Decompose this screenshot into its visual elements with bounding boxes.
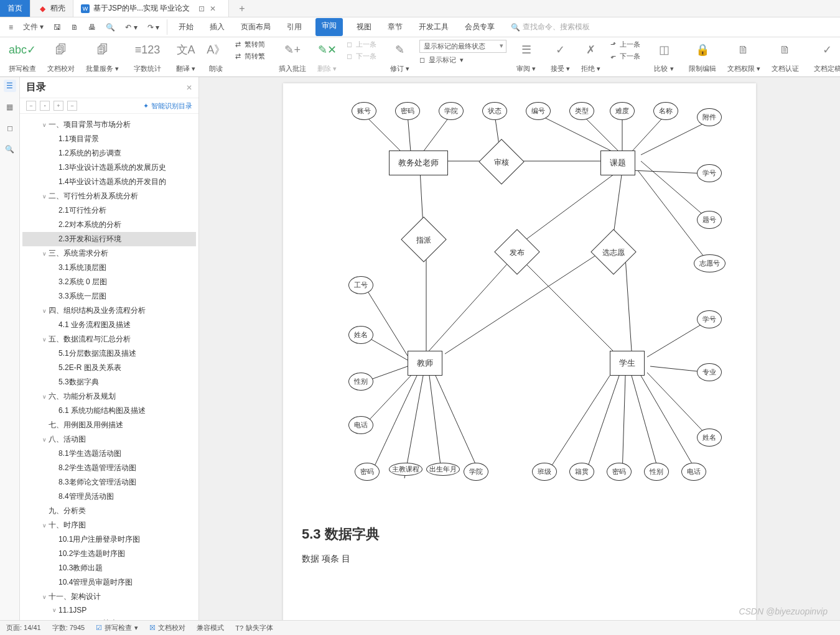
outline-item[interactable]: 10.3教师出题	[22, 561, 196, 575]
tab-member[interactable]: 会员专享	[462, 18, 497, 36]
compare-button[interactable]: ◫比较 ▾	[649, 40, 678, 75]
level-up-icon[interactable]: +	[54, 101, 63, 111]
chevron-down-icon[interactable]: ∨	[40, 437, 49, 443]
finalize-button[interactable]: ✓文档定稿	[809, 40, 840, 75]
outline-item[interactable]: ∨十、时序图	[22, 518, 196, 532]
chevron-down-icon[interactable]: ∨	[40, 394, 49, 400]
outline-item[interactable]: 6.1 系统功能结构图及描述	[22, 404, 196, 418]
sb-missing-font[interactable]: T?缺失字体	[235, 623, 273, 633]
redo-button[interactable]: ↷ ▾	[144, 21, 163, 34]
word-count-indicator[interactable]: 字数: 7945	[52, 623, 85, 633]
level-down-icon[interactable]: −	[67, 101, 77, 111]
outline-item[interactable]: 七、用例图及用例描述	[22, 418, 196, 432]
next-comment-button[interactable]: ◻下一条	[347, 52, 376, 61]
chevron-down-icon[interactable]: ∨	[40, 122, 49, 128]
document-canvas[interactable]: 账号 密码 学院 状态 编号 类型 难度 名称 附件 教务处老师 课题 审核 学…	[199, 77, 840, 620]
outline-item[interactable]: 5.2E-R 图及关系表	[22, 361, 196, 375]
tab-shell[interactable]: ◆稻壳	[30, 0, 73, 17]
trad-to-simp-button[interactable]: ⇄繁转简	[235, 40, 265, 49]
tab-references[interactable]: 引用	[284, 18, 304, 36]
chevron-down-icon[interactable]: ∨	[40, 251, 49, 257]
tab-close-icon[interactable]: ✕	[210, 4, 216, 13]
outline-item[interactable]: ∨三、系统需求分析	[22, 246, 196, 261]
next-change-button[interactable]: ⬐下一条	[610, 52, 640, 61]
accept-change-button[interactable]: ✓接受 ▾	[546, 40, 575, 75]
outline-item[interactable]: ∨二、可行性分析及系统分析	[22, 189, 196, 203]
spell-check-button[interactable]: abc✓拼写检查	[4, 40, 41, 75]
new-tab-button[interactable]: +	[233, 0, 251, 17]
outline-item[interactable]: 10.1用户注册登录时序图	[22, 532, 196, 547]
tab-insert[interactable]: 插入	[207, 18, 227, 36]
delete-comment-button[interactable]: ✎✕删除 ▾	[312, 40, 342, 75]
outline-item[interactable]: 4.1 业务流程图及描述	[22, 318, 196, 332]
print-preview-icon[interactable]: 🔍	[102, 21, 119, 34]
save-icon[interactable]: 🖫	[50, 21, 65, 34]
bookmark-tool-icon[interactable]: ◻	[4, 122, 16, 134]
restrict-edit-button[interactable]: 🔒限制编辑	[684, 40, 721, 75]
chevron-down-icon[interactable]: ∨	[50, 607, 58, 613]
outline-item[interactable]: 5.1分层数据流图及描述	[22, 346, 196, 361]
simp-to-trad-button[interactable]: ⇄简转繁	[235, 52, 265, 61]
outline-close-icon[interactable]: ✕	[186, 83, 192, 92]
outline-tool-icon[interactable]: ☰	[4, 80, 16, 92]
collapse-all-icon[interactable]: −	[26, 101, 36, 111]
prev-change-button[interactable]: ⬏上一条	[610, 40, 640, 49]
smart-toc-button[interactable]: ✦智能识别目录	[143, 101, 192, 111]
tab-home[interactable]: 首页	[0, 0, 30, 17]
tab-start[interactable]: 开始	[176, 18, 196, 36]
outline-item[interactable]: ∨五、数据流程与汇总分析	[22, 332, 196, 346]
doc-auth-button[interactable]: 🗎文档认证	[767, 40, 804, 75]
outline-item[interactable]: 3.2系统 0 层图	[22, 275, 196, 289]
show-markup-button[interactable]: ◻显示标记 ▾	[419, 55, 506, 65]
search-tool-icon[interactable]: 🔍	[4, 143, 16, 155]
outline-item[interactable]: 九、分析类	[22, 504, 196, 518]
outline-item[interactable]: 8.3老师论文管理活动图	[22, 475, 196, 489]
outline-item[interactable]: 1.1项目背景	[22, 132, 196, 146]
chevron-down-icon[interactable]: ∨	[40, 193, 49, 200]
sb-compat[interactable]: 兼容模式	[197, 623, 224, 633]
outline-tree[interactable]: ∨一、项目背景与市场分析1.1项目背景1.2系统的初步调查1.3毕业设计选题系统…	[20, 114, 198, 620]
chevron-down-icon[interactable]: ∨	[40, 522, 49, 529]
sb-spellcheck[interactable]: ☑拼写检查 ▾	[96, 623, 138, 633]
outline-item[interactable]: ∨八、活动图	[22, 432, 196, 447]
outline-item[interactable]: 8.1学生选题活动图	[22, 447, 196, 461]
track-changes-button[interactable]: ✎修订 ▾	[385, 40, 414, 75]
chevron-down-icon[interactable]: ∨	[40, 336, 49, 343]
save-as-icon[interactable]: 🗎	[67, 21, 82, 34]
proofread-button[interactable]: 🗐文档校对	[42, 40, 80, 75]
outline-item[interactable]: 3.3系统一层图	[22, 289, 196, 304]
insert-comment-button[interactable]: ✎+插入批注	[274, 40, 311, 75]
doc-permission-button[interactable]: 🗎文档权限 ▾	[722, 40, 765, 75]
grid-tool-icon[interactable]: ▦	[4, 101, 16, 113]
markup-display-dropdown[interactable]: 显示标记的最终状态	[419, 40, 506, 53]
tab-document[interactable]: W 基于JSP的毕...实现 毕业论文 ⊡ ✕	[73, 0, 229, 17]
tab-chapter[interactable]: 章节	[385, 18, 405, 36]
tab-review[interactable]: 审阅	[315, 18, 343, 36]
tab-pagelayout[interactable]: 页面布局	[238, 18, 273, 36]
outline-item[interactable]: ∨11.1JSP	[22, 604, 196, 616]
tab-view[interactable]: 视图	[354, 18, 374, 36]
outline-item[interactable]: 2.2对本系统的分析	[22, 218, 196, 232]
outline-item[interactable]: 10.2学生选题时序图	[22, 547, 196, 561]
batch-service-button[interactable]: 🗐批量服务 ▾	[81, 40, 124, 75]
word-count-button[interactable]: ≡123字数统计	[129, 40, 166, 75]
outline-item[interactable]: 3.1系统顶层图	[22, 261, 196, 275]
review-pane-button[interactable]: ☰审阅 ▾	[511, 40, 541, 75]
tab-menu-icon[interactable]: ⊡	[198, 4, 205, 13]
read-aloud-button[interactable]: A》朗读	[202, 40, 230, 75]
undo-button[interactable]: ↶ ▾	[121, 21, 141, 34]
outline-item[interactable]: 5.3数据字典	[22, 375, 196, 389]
outline-item[interactable]: 8.4管理员活动图	[22, 489, 196, 504]
outline-item[interactable]: ∨四、组织结构及业务流程分析	[22, 304, 196, 318]
page-indicator[interactable]: 页面: 14/41	[6, 623, 41, 633]
chevron-down-icon[interactable]: ∨	[40, 308, 49, 314]
outline-item[interactable]: 2.1可行性分析	[22, 203, 196, 218]
outline-item[interactable]: 2.3开发和运行环境	[22, 232, 196, 246]
sb-proofread[interactable]: ☒文档校对	[149, 623, 185, 633]
outline-item[interactable]: 1.4毕业设计选题系统的开发目的	[22, 175, 196, 189]
prev-comment-button[interactable]: ◻上一条	[347, 40, 376, 49]
outline-item[interactable]: ∨一、项目背景与市场分析	[22, 118, 196, 132]
chevron-down-icon[interactable]: ∨	[40, 594, 49, 600]
file-menu[interactable]: 文件 ▾	[19, 19, 47, 35]
outline-item[interactable]: 8.2学生选题管理活动图	[22, 461, 196, 475]
